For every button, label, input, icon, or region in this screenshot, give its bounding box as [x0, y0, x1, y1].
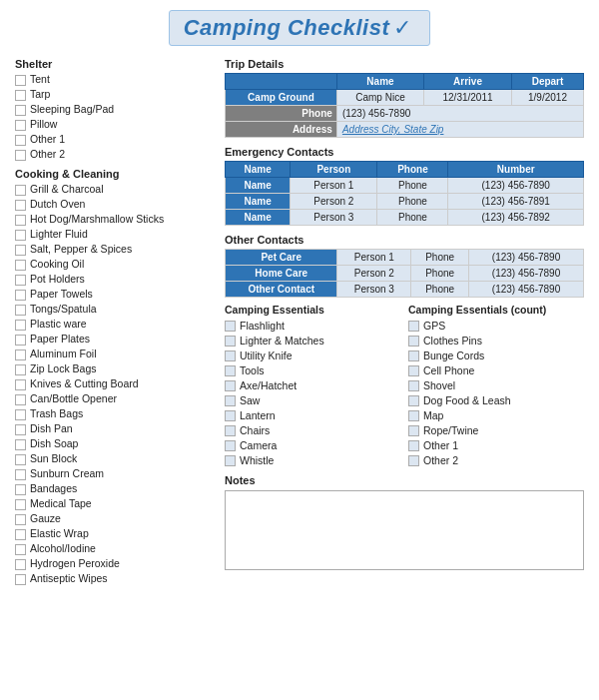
checkbox[interactable]	[15, 514, 26, 525]
checkbox[interactable]	[408, 440, 419, 451]
checkbox[interactable]	[15, 230, 26, 241]
table-cell: Other Contact	[226, 282, 337, 298]
checkbox[interactable]	[15, 424, 26, 435]
item-label: Hot Dog/Marshmallow Sticks	[30, 213, 164, 227]
table-cell: Phone	[411, 282, 469, 298]
trip-depart-th: Depart	[512, 74, 584, 90]
checkbox[interactable]	[15, 290, 26, 301]
checkbox[interactable]	[408, 321, 419, 332]
list-item: Plastic ware	[15, 318, 215, 332]
table-cell: Phone	[411, 266, 469, 282]
checkbox[interactable]	[225, 395, 236, 406]
checkbox[interactable]	[408, 336, 419, 347]
checkbox[interactable]	[408, 425, 419, 436]
checkbox[interactable]	[15, 529, 26, 540]
list-item: Lantern	[225, 408, 400, 422]
checkbox[interactable]	[15, 75, 26, 86]
checkbox[interactable]	[15, 105, 26, 116]
checkbox[interactable]	[15, 574, 26, 585]
checkbox[interactable]	[15, 364, 26, 375]
item-label: Dish Soap	[30, 437, 78, 451]
item-label: Paper Towels	[30, 288, 93, 302]
list-item: Tools	[225, 363, 400, 377]
checkbox[interactable]	[408, 350, 419, 361]
checkbox[interactable]	[15, 409, 26, 420]
checkbox[interactable]	[408, 455, 419, 466]
item-label: Alcohol/Iodine	[30, 542, 96, 556]
address-label: Address	[226, 122, 337, 138]
list-item: Flashlight	[225, 319, 400, 333]
checkbox[interactable]	[15, 215, 26, 226]
checkbox[interactable]	[15, 120, 26, 131]
checkbox[interactable]	[225, 425, 236, 436]
shelter-list: TentTarpSleeping Bag/PadPillowOther 1Oth…	[15, 73, 215, 162]
checkbox[interactable]	[225, 455, 236, 466]
phone-value: (123) 456-7890	[336, 106, 583, 122]
checkbox[interactable]	[225, 440, 236, 451]
checkbox[interactable]	[15, 150, 26, 161]
checkbox[interactable]	[225, 321, 236, 332]
table-cell: Phone	[377, 178, 448, 194]
cooking-list: Grill & CharcoalDutch OvenHot Dog/Marshm…	[15, 183, 215, 586]
checkbox[interactable]	[15, 350, 26, 360]
checkbox[interactable]	[15, 499, 26, 510]
checkbox[interactable]	[15, 320, 26, 331]
checkbox[interactable]	[15, 469, 26, 480]
item-label: Camera	[240, 439, 277, 451]
essentials-heading1: Camping Essentials	[225, 304, 400, 316]
checkbox[interactable]	[15, 439, 26, 450]
notes-box[interactable]	[225, 490, 584, 570]
list-item: Lighter Fluid	[15, 228, 215, 242]
item-label: Other 2	[30, 148, 65, 162]
checkbox[interactable]	[408, 380, 419, 391]
main-layout: Shelter TentTarpSleeping Bag/PadPillowOt…	[15, 58, 584, 587]
checkbox[interactable]	[15, 200, 26, 211]
checkbox[interactable]	[15, 484, 26, 495]
checkbox[interactable]	[15, 305, 26, 316]
checkbox[interactable]	[15, 185, 26, 196]
checkbox[interactable]	[15, 394, 26, 405]
table-cell: (123) 456-7891	[448, 194, 584, 210]
trip-campground-th	[226, 74, 337, 90]
checkbox[interactable]	[15, 90, 26, 101]
item-label: Tent	[30, 73, 50, 87]
table-row: NamePerson 1Phone(123) 456-7890	[226, 178, 584, 194]
item-label: Sleeping Bag/Pad	[30, 103, 114, 117]
checkbox[interactable]	[15, 335, 26, 346]
checkbox[interactable]	[15, 559, 26, 570]
list-item: Camera	[225, 438, 400, 452]
checkbox[interactable]	[15, 454, 26, 465]
checkbox[interactable]	[15, 275, 26, 286]
checkbox[interactable]	[15, 544, 26, 555]
item-label: Axe/Hatchet	[240, 379, 297, 391]
list-item: Shovel	[408, 378, 584, 392]
checkbox[interactable]	[15, 245, 26, 256]
checkbox[interactable]	[225, 336, 236, 347]
other-contacts-table: Pet CarePerson 1Phone(123) 456-7890Home …	[225, 249, 584, 298]
list-item: Can/Bottle Opener	[15, 392, 215, 406]
list-item: Tongs/Spatula	[15, 303, 215, 317]
checkbox[interactable]	[408, 395, 419, 406]
checkbox[interactable]	[15, 135, 26, 146]
checkbox[interactable]	[15, 379, 26, 390]
list-item: Utility Knife	[225, 349, 400, 362]
item-label: Lantern	[240, 409, 276, 421]
checkbox[interactable]	[225, 365, 236, 376]
list-item: Salt, Pepper & Spices	[15, 243, 215, 257]
item-label: Saw	[240, 394, 260, 406]
list-item: Grill & Charcoal	[15, 183, 215, 197]
checkbox[interactable]	[408, 365, 419, 376]
title-area: Camping Checklist✓	[15, 10, 584, 46]
table-row: NamePerson 3Phone(123) 456-7892	[226, 210, 584, 226]
checkbox[interactable]	[408, 410, 419, 421]
trip-arrive-th: Arrive	[424, 74, 512, 90]
list-item: Gauze	[15, 512, 215, 526]
item-label: Paper Plates	[30, 333, 90, 347]
item-label: Utility Knife	[240, 350, 293, 361]
checkbox[interactable]	[15, 260, 26, 271]
item-label: Aluminum Foil	[30, 348, 97, 361]
list-item: Cooking Oil	[15, 258, 215, 272]
checkbox[interactable]	[225, 380, 236, 391]
checkbox[interactable]	[225, 410, 236, 421]
checkbox[interactable]	[225, 350, 236, 361]
